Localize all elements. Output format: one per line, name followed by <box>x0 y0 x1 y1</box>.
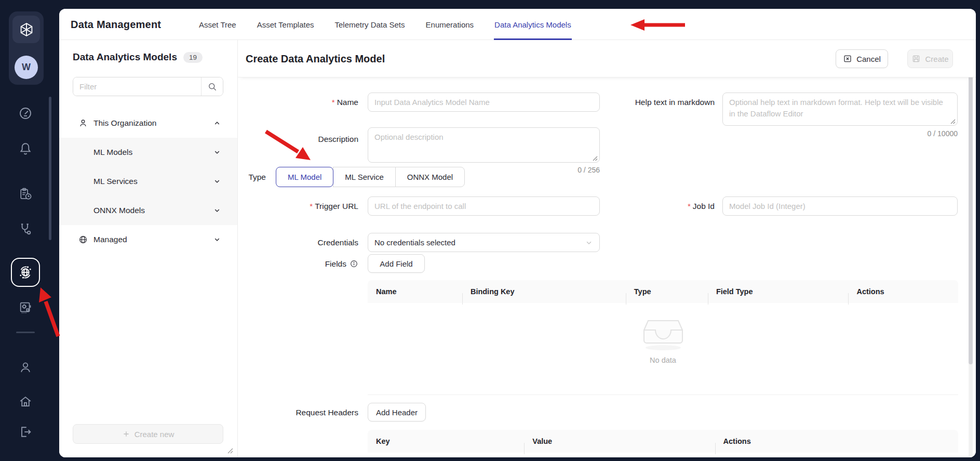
create-button[interactable]: Create <box>907 49 953 68</box>
plus-icon <box>122 430 130 438</box>
panel-resize-handle[interactable] <box>227 447 233 454</box>
type-label: Type <box>152 167 266 187</box>
app-sidebar: W <box>0 0 59 461</box>
globe-icon <box>78 234 88 245</box>
filter-input[interactable] <box>73 77 201 96</box>
gauge-icon[interactable] <box>18 106 33 121</box>
page-title: Data Management <box>71 9 161 40</box>
help-text-area[interactable] <box>722 93 958 126</box>
chevron-down-icon[interactable] <box>212 148 222 157</box>
app-panel: Data Management Asset Tree Asset Templat… <box>59 9 976 457</box>
form-title: Create Data Analytics Model <box>246 40 385 77</box>
cube-logo-icon <box>18 21 35 38</box>
chevron-down-icon[interactable] <box>212 235 222 244</box>
form-header: Create Data Analytics Model Cancel <box>238 40 976 77</box>
tab-bar: Asset Tree Asset Templates Telemetry Dat… <box>199 9 571 40</box>
add-field-button[interactable]: Add Field <box>368 254 425 273</box>
description-area[interactable] <box>368 127 600 163</box>
job-id-input[interactable] <box>722 196 958 216</box>
sidebar-title: Data Analytics Models <box>73 51 177 63</box>
tab-data-analytics-models[interactable]: Data Analytics Models <box>494 9 571 40</box>
description-label: Description <box>244 129 358 149</box>
job-id-label: *Job Id <box>600 196 715 216</box>
user-avatar[interactable]: W <box>15 56 38 79</box>
name-label: *Name <box>244 93 358 112</box>
tree-item-onnx-models[interactable]: ONNX Models <box>59 196 237 225</box>
user-icon[interactable] <box>18 360 33 375</box>
filter-box <box>73 77 223 96</box>
cancel-box-icon <box>843 54 852 63</box>
tab-telemetry-data-sets[interactable]: Telemetry Data Sets <box>334 9 405 40</box>
sidebar-top-group: W <box>9 11 44 85</box>
main-content: Create Data Analytics Model Cancel <box>238 40 976 457</box>
search-button[interactable] <box>201 77 223 96</box>
fields-table: Name Binding Key Type Field Type Actions… <box>368 280 958 395</box>
no-data-text: No data <box>650 356 676 364</box>
tab-asset-tree[interactable]: Asset Tree <box>199 9 236 40</box>
app-logo[interactable] <box>12 16 40 43</box>
fields-table-empty-body: No data <box>368 303 958 395</box>
cancel-button[interactable]: Cancel <box>836 49 888 68</box>
credentials-label: Credentials <box>244 233 358 252</box>
data-analytics-globe-icon <box>18 265 33 280</box>
home-icon[interactable] <box>18 394 33 409</box>
logout-icon[interactable] <box>18 425 33 439</box>
top-bar: Data Management Asset Tree Asset Templat… <box>59 9 976 40</box>
models-sidebar: Data Analytics Models 19 This O <box>59 40 238 457</box>
models-count-badge: 19 <box>183 52 203 63</box>
tree-item-managed[interactable]: Managed <box>59 225 237 254</box>
empty-inbox-icon <box>641 318 686 351</box>
tab-asset-templates[interactable]: Asset Templates <box>257 9 314 40</box>
pipeline-stethoscope-icon[interactable] <box>18 221 33 236</box>
person-icon <box>78 118 88 128</box>
credentials-select[interactable]: No credentials selected <box>368 233 600 252</box>
trigger-url-input[interactable] <box>368 196 600 216</box>
help-char-count: 0 / 10000 <box>885 129 958 138</box>
fields-label: Fields <box>244 254 358 273</box>
description-char-count: 0 / 256 <box>527 166 600 174</box>
search-icon <box>207 82 218 92</box>
create-new-button[interactable]: Create new <box>73 424 223 444</box>
edge-device-chip-icon[interactable] <box>18 300 33 315</box>
scheduled-tasks-icon[interactable] <box>18 187 33 201</box>
bell-icon[interactable] <box>18 141 33 156</box>
type-option-ml-model[interactable]: ML Model <box>276 167 333 187</box>
request-headers-table: Key Value Actions <box>368 430 958 453</box>
save-icon <box>911 54 921 63</box>
help-text-label: Help text in markdown <box>600 93 715 112</box>
sidebar-item-data-analytics-active[interactable] <box>11 258 40 287</box>
chevron-up-icon[interactable] <box>212 118 222 128</box>
info-icon[interactable] <box>350 259 358 268</box>
tree-item-ml-models[interactable]: ML Models <box>59 138 237 167</box>
name-input[interactable] <box>368 93 600 112</box>
trigger-url-label: *Trigger URL <box>244 196 358 216</box>
tree-item-this-organization[interactable]: This Organization <box>59 109 237 138</box>
add-header-button[interactable]: Add Header <box>368 403 426 422</box>
type-selector: ML Model ML Service ONNX Model <box>276 167 465 187</box>
chevron-down-icon <box>585 239 593 247</box>
main-scrollbar-thumb[interactable] <box>969 74 973 364</box>
request-headers-label: Request Headers <box>244 403 358 422</box>
main-scrollbar-track[interactable] <box>969 70 973 457</box>
request-headers-table-header: Key Value Actions <box>368 430 958 453</box>
fields-table-header: Name Binding Key Type Field Type Actions <box>368 280 958 303</box>
type-option-onnx-model[interactable]: ONNX Model <box>395 167 465 187</box>
chevron-down-icon[interactable] <box>212 206 222 215</box>
tab-enumerations[interactable]: Enumerations <box>426 9 474 40</box>
sidebar-scrollbar-thumb[interactable] <box>49 97 51 240</box>
sidebar-divider <box>16 332 35 333</box>
type-option-ml-service[interactable]: ML Service <box>333 167 395 187</box>
